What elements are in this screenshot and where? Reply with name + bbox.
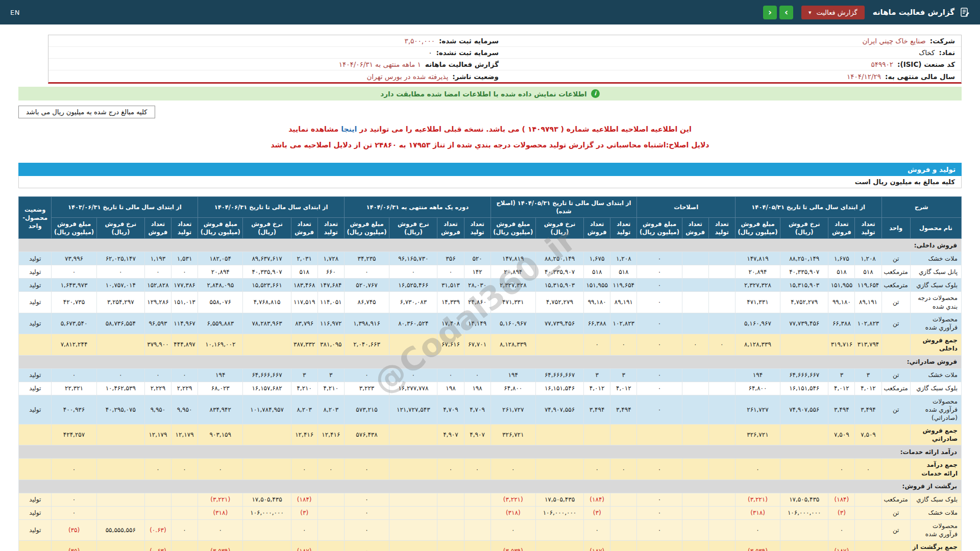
- value-cell: (۳۵): [52, 541, 96, 551]
- product-name-cell: محصولات درجه بندي شده: [910, 292, 961, 313]
- unit-cell: [881, 541, 910, 551]
- status-cell: تولید: [19, 382, 52, 395]
- section-title-bar: تولید و فروش: [18, 163, 962, 176]
- value-cell: ۸۸,۲۵۰,۱۴۹: [535, 252, 583, 265]
- value-cell: ۰: [344, 541, 389, 551]
- col-sub-header: تعداد فروش: [144, 218, 171, 239]
- next-report-button[interactable]: ›: [779, 6, 793, 19]
- status-cell: [19, 424, 52, 445]
- amendment-line-1: این اطلاعیه اصلاحیه اطلاعیه شماره ( ۱۴۰۹…: [18, 125, 962, 133]
- value-cell: [682, 493, 708, 506]
- value-cell: ۰: [464, 459, 491, 480]
- value-cell: ۱۱۴,۹۶۷: [172, 313, 198, 334]
- unit-cell: تن: [881, 313, 910, 334]
- value-cell: ۳,۴۹۴: [610, 395, 637, 424]
- value-cell: ۱۲,۱۷۹: [144, 424, 171, 445]
- status-cell: تولید: [19, 519, 52, 540]
- col-sub-header: مبلغ فروش (میلیون ریال): [735, 218, 780, 239]
- value-cell: [708, 279, 735, 292]
- table-row: محصولات فرآوري شده (صادراتي)تن۳,۴۹۴۳,۴۹۴…: [19, 395, 962, 424]
- value-cell: [535, 334, 583, 355]
- value-cell: [637, 541, 682, 551]
- section-label: برگشت از فروش:: [19, 480, 962, 493]
- value-cell: [708, 313, 735, 334]
- value-cell: ۳۸۷,۳۳۲: [291, 334, 317, 355]
- value-cell: ۷۸,۲۸۳,۹۶۳: [243, 313, 291, 334]
- table-amounts-note: کلیه مبالغ به میلیون ریال است: [18, 176, 962, 188]
- value-cell: ۱۴,۳۳۹: [437, 292, 464, 313]
- status-cell: [19, 541, 52, 551]
- value-cell: ۳: [828, 368, 855, 382]
- value-cell: ۰: [637, 265, 682, 279]
- value-cell: ۱۲۱,۷۲۷,۵۴۳: [389, 395, 437, 424]
- value-cell: [610, 424, 637, 445]
- report-type-select[interactable]: گزارش فعالیت ▾: [801, 6, 865, 19]
- unit-cell: مترمکعب: [881, 265, 910, 279]
- value-cell: [172, 506, 198, 519]
- value-cell: [584, 424, 610, 445]
- value-cell: ۴,۹۰۷: [437, 424, 464, 445]
- value-cell: (۳,۵۳۹): [491, 541, 535, 551]
- value-cell: (۱۸۷): [584, 541, 610, 551]
- value-cell: ۱۰۲,۸۲۳: [855, 313, 881, 334]
- value-cell: [464, 541, 491, 551]
- value-cell: ۵۱۸: [828, 265, 855, 279]
- value-cell: ۱۵,۳۱۵,۹۰۳: [535, 279, 583, 292]
- value-cell: ۰: [735, 519, 780, 540]
- col-unit-header: واحد: [881, 218, 910, 239]
- status-cell: [19, 334, 52, 355]
- status-cell: تولید: [19, 493, 52, 506]
- value-cell: (۳۱۸): [491, 506, 535, 519]
- value-cell: ۹,۹۵۰: [172, 395, 198, 424]
- value-cell: ۱۹۴: [198, 368, 243, 382]
- value-cell: ۵,۶۷۳,۵۴۰: [52, 313, 96, 334]
- value-cell: ۱۱۶,۹۷۲: [317, 313, 344, 334]
- previous-version-link[interactable]: اینجا: [341, 125, 357, 133]
- value-cell: ۳۲۶,۷۲۱: [735, 424, 780, 445]
- value-cell: ۴۷۱,۳۳۱: [491, 292, 535, 313]
- value-cell: [708, 506, 735, 519]
- value-cell: ۶۶,۳۸۸: [828, 313, 855, 334]
- table-row: ملات خشکتن(۳)۱۰۶,۰۰۰,۰۰۰(۳۱۸)۰(۳)۱۰۶,۰۰۰…: [19, 506, 962, 519]
- info-value: صنايع خاک چيني ايران: [862, 37, 925, 45]
- company-info-row: سرمایه ثبت نشده:۰: [48, 47, 505, 59]
- info-label: گزارش فعالیت ماهانه: [425, 60, 499, 68]
- table-row: جمع درآمد ارائه خدمات۰۰۰۰۰۰۰۰۰۰۰۰۰۰۰۰: [19, 459, 962, 480]
- value-cell: ۰: [198, 519, 243, 540]
- value-cell: ۱۷,۵۰۵,۴۳۵: [243, 493, 291, 506]
- info-value: ۵۴۹۹۰۲: [871, 60, 894, 68]
- value-cell: [389, 506, 437, 519]
- value-cell: [708, 265, 735, 279]
- prev-report-button[interactable]: ‹: [763, 6, 777, 19]
- value-cell: ۰: [344, 506, 389, 519]
- value-cell: ۹۹,۱۸۰: [828, 292, 855, 313]
- value-cell: [682, 313, 708, 334]
- value-cell: ۷۴,۹۰۷,۵۵۶: [535, 395, 583, 424]
- value-cell: ۵,۱۶۰,۹۶۷: [491, 313, 535, 334]
- value-cell: [610, 493, 637, 506]
- unit-cell: تن: [881, 368, 910, 382]
- unit-cell: تن: [881, 292, 910, 313]
- value-cell: [172, 541, 198, 551]
- col-sub-header: نرخ فروش (ریال): [535, 218, 583, 239]
- value-cell: ۲,۰۳۱: [291, 252, 317, 265]
- info-value: ۰: [428, 48, 432, 57]
- value-cell: [610, 506, 637, 519]
- value-cell: ۱,۲۰۸: [610, 252, 637, 265]
- value-cell: ۴,۷۰۹: [464, 395, 491, 424]
- unit-cell: [881, 424, 910, 445]
- value-cell: ۰: [96, 368, 144, 382]
- value-cell: (۳۵): [52, 519, 96, 540]
- language-toggle[interactable]: EN: [10, 9, 20, 16]
- col-sub-header: نرخ فروش (ریال): [96, 218, 144, 239]
- value-cell: ۰: [637, 334, 682, 355]
- value-cell: (۱۸۴): [584, 493, 610, 506]
- value-cell: ۴۰,۳۳۵,۹۰۷: [780, 265, 828, 279]
- value-cell: ۱۴۷,۸۱۹: [491, 252, 535, 265]
- table-row: محصولات فرآوري شدهتن۱۰۲,۸۲۳۶۶,۳۸۸۷۷,۷۳۹,…: [19, 313, 962, 334]
- value-cell: ۱۴,۱۴۹: [464, 313, 491, 334]
- col-sub-header: تعداد فروش: [291, 218, 317, 239]
- value-cell: [437, 541, 464, 551]
- value-cell: [708, 252, 735, 265]
- value-cell: [682, 382, 708, 395]
